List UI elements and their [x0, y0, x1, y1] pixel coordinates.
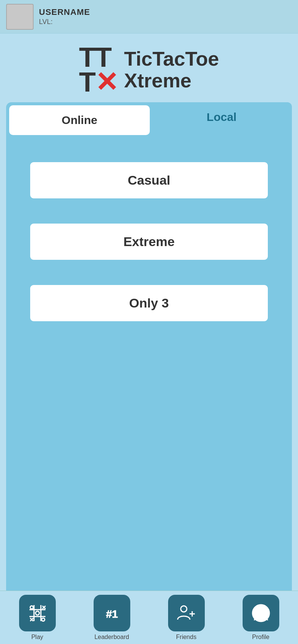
leaderboard-label: Leaderboard	[94, 634, 129, 641]
main-card: Online Local Casual Extreme Only 3	[6, 102, 292, 613]
tabs: Online Local	[6, 102, 292, 138]
logo-container: TT T✕ TicTacToe Xtreme	[79, 45, 219, 95]
friends-icon	[176, 603, 197, 623]
extreme-button[interactable]: Extreme	[29, 222, 269, 261]
play-icon	[27, 603, 48, 623]
tab-online-label: Online	[62, 114, 97, 126]
nav-profile[interactable]: Profile	[234, 595, 288, 641]
svg-point-12	[181, 606, 187, 612]
avatar	[6, 4, 34, 30]
logo-text: TicTacToe Xtreme	[124, 48, 219, 92]
friends-icon-box	[168, 595, 205, 631]
profile-icon-box	[243, 595, 279, 631]
svg-point-10	[42, 618, 45, 621]
logo-section: TT T✕ TicTacToe Xtreme	[0, 34, 298, 102]
level-label: LVL:	[39, 18, 90, 26]
logo-xtreme: Xtreme	[124, 70, 219, 92]
logo-letters: TT T✕	[79, 45, 117, 95]
friends-label: Friends	[176, 634, 196, 641]
svg-point-7	[36, 611, 39, 615]
logo-tx: T✕	[79, 70, 117, 95]
profile-label: Profile	[252, 634, 269, 641]
logo-x-red: ✕	[95, 70, 117, 95]
tab-local[interactable]: Local	[151, 102, 292, 138]
tab-online[interactable]: Online	[9, 105, 150, 135]
logo-tt: TT	[79, 45, 117, 70]
header: USERNAME LVL:	[0, 0, 298, 34]
tab-local-label: Local	[207, 111, 236, 123]
nav-leaderboard[interactable]: #1 Leaderboard	[85, 595, 139, 641]
user-info: USERNAME LVL:	[39, 7, 90, 26]
username-label: USERNAME	[39, 7, 90, 17]
game-modes: Casual Extreme Only 3	[6, 138, 292, 338]
casual-button[interactable]: Casual	[29, 161, 269, 200]
logo-tictactoe: TicTacToe	[124, 48, 219, 70]
nav-friends[interactable]: Friends	[160, 595, 213, 641]
nav-play[interactable]: Play	[11, 595, 64, 641]
bottom-nav: Play #1 Leaderboard Friends	[0, 591, 298, 644]
leaderboard-icon-box: #1	[94, 595, 130, 631]
play-label: Play	[31, 634, 43, 641]
only3-button[interactable]: Only 3	[29, 284, 269, 322]
logo-t: T	[79, 70, 95, 95]
play-icon-box	[19, 595, 56, 631]
svg-text:#1: #1	[106, 608, 118, 620]
leaderboard-icon: #1	[102, 603, 122, 623]
profile-icon	[251, 603, 271, 623]
svg-point-4	[30, 606, 33, 609]
